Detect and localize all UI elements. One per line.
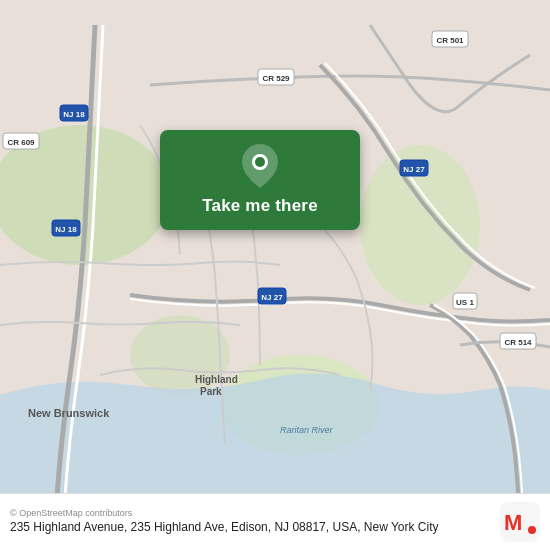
svg-text:NJ 27: NJ 27 <box>261 293 283 302</box>
svg-point-28 <box>255 157 265 167</box>
svg-text:Park: Park <box>200 386 222 397</box>
svg-text:NJ 18: NJ 18 <box>63 110 85 119</box>
svg-text:NJ 18: NJ 18 <box>55 225 77 234</box>
map-attribution: © OpenStreetMap contributors <box>10 508 490 518</box>
svg-text:Raritan River: Raritan River <box>280 425 334 435</box>
map-container: Raritan River CR 609 <box>0 0 550 550</box>
bottom-bar: © OpenStreetMap contributors 235 Highlan… <box>0 493 550 550</box>
address-block: © OpenStreetMap contributors 235 Highlan… <box>10 508 490 536</box>
svg-text:CR 609: CR 609 <box>7 138 35 147</box>
moovit-logo: M <box>500 502 540 542</box>
moovit-icon: M <box>500 502 540 542</box>
location-pin-icon <box>242 144 278 188</box>
svg-text:NJ 27: NJ 27 <box>403 165 425 174</box>
button-label: Take me there <box>202 196 318 216</box>
svg-text:CR 529: CR 529 <box>262 74 290 83</box>
svg-text:US 1: US 1 <box>456 298 474 307</box>
take-me-there-button[interactable]: Take me there <box>160 130 360 230</box>
svg-text:M: M <box>504 510 522 535</box>
map-background: Raritan River CR 609 <box>0 0 550 550</box>
svg-text:Highland: Highland <box>195 374 238 385</box>
svg-point-31 <box>528 526 536 534</box>
svg-text:CR 514: CR 514 <box>504 338 532 347</box>
svg-text:CR 501: CR 501 <box>436 36 464 45</box>
address-text: 235 Highland Avenue, 235 Highland Ave, E… <box>10 520 490 536</box>
svg-text:New Brunswick: New Brunswick <box>28 407 110 419</box>
